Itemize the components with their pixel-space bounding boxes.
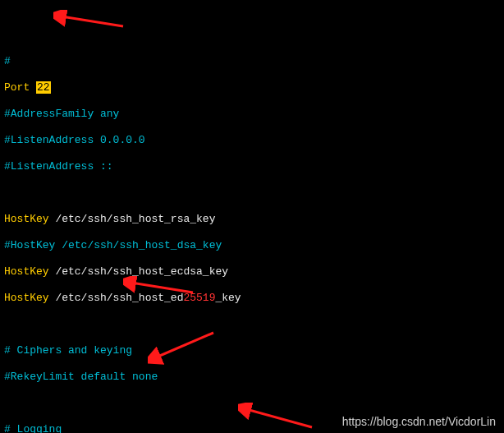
config-line-port: Port 22 [4,81,500,94]
config-line: HostKey /etc/ssh/ssh_host_ecdsa_key [4,265,500,279]
config-line: #AddressFamily any [4,108,500,121]
annotation-arrow-icon [53,10,127,35]
config-line: # [4,55,500,68]
config-line: HostKey /etc/ssh/ssh_host_rsa_key [4,213,500,226]
config-line: #HostKey /etc/ssh/ssh_host_dsa_key [4,239,500,252]
blank-line [4,397,500,410]
config-line: #RekeyLimit default none [4,371,500,384]
config-line: # Ciphers and keying [4,344,500,357]
svg-line-1 [62,16,123,26]
config-line: #ListenAddress :: [4,160,500,173]
config-line: #ListenAddress 0.0.0.0 [4,134,500,147]
config-line: HostKey /etc/ssh/ssh_host_ed25519_key [4,292,500,305]
blank-line [4,318,500,331]
blank-line [4,187,500,200]
watermark-text: https://blog.csdn.net/VicdorLin [342,415,496,428]
port-value: 22 [36,81,51,94]
